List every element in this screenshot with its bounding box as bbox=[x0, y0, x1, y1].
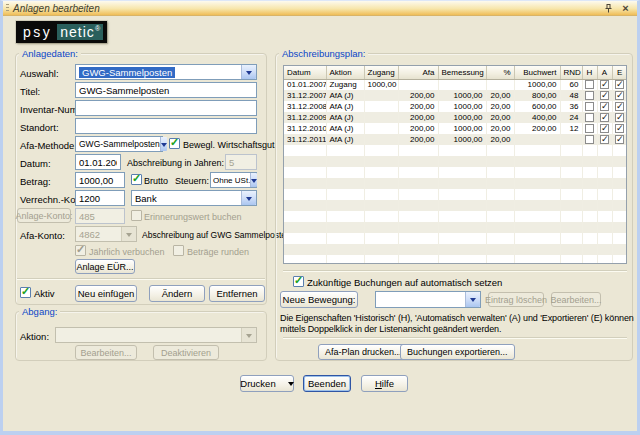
chevron-down-icon[interactable] bbox=[465, 292, 480, 307]
titel-field[interactable] bbox=[75, 82, 257, 98]
aktiv-label: Aktiv bbox=[34, 288, 55, 299]
anlage-konto-field bbox=[75, 208, 125, 224]
afa-plan-drucken-button[interactable]: Afa-Plan drucken... bbox=[318, 344, 409, 360]
pushpin-glyph bbox=[604, 4, 613, 13]
table-row[interactable]: 31.12.2011AfA (J)200,001000,0020,00 bbox=[284, 134, 627, 145]
beenden-button[interactable]: Beenden bbox=[303, 375, 351, 392]
cell-checkbox-h[interactable] bbox=[585, 91, 594, 100]
cell-checkbox-e[interactable] bbox=[615, 102, 624, 111]
col-e[interactable]: E bbox=[612, 66, 627, 79]
table-row[interactable]: 31.12.2008AfA (J)200,001000,0020,00600,0… bbox=[284, 101, 627, 112]
col-aktion[interactable]: Aktion bbox=[326, 66, 364, 79]
empty-table-row bbox=[284, 156, 627, 167]
deaktivieren-button: Deaktivieren bbox=[153, 345, 219, 360]
auswahl-label: Auswahl: bbox=[20, 68, 59, 79]
empty-table-row bbox=[284, 211, 627, 222]
aktiv-checkbox[interactable] bbox=[20, 287, 31, 298]
datum-label: Datum: bbox=[20, 158, 51, 169]
cell-checkbox-e[interactable] bbox=[615, 113, 624, 122]
cell-checkbox-h[interactable] bbox=[585, 80, 594, 89]
verrechn-konto-combobox[interactable]: Bank bbox=[131, 190, 257, 206]
col-h[interactable]: H bbox=[582, 66, 597, 79]
cell-checkbox-a[interactable] bbox=[600, 113, 609, 122]
brutto-checkbox[interactable] bbox=[131, 174, 142, 185]
cell-checkbox-a[interactable] bbox=[600, 80, 609, 89]
table-row[interactable]: 01.01.2007Zugang1000,001000,0060 bbox=[284, 79, 627, 90]
cell-checkbox-e[interactable] bbox=[615, 135, 624, 144]
hilfe-button[interactable]: Hilfe bbox=[361, 375, 408, 392]
erinnerungswert-checkbox bbox=[131, 210, 142, 221]
close-icon[interactable]: × bbox=[620, 3, 631, 14]
chevron-down-icon bbox=[241, 328, 256, 342]
verrechn-konto-field[interactable] bbox=[75, 190, 125, 206]
buchungen-exportieren-button[interactable]: Buchungen exportieren... bbox=[400, 344, 515, 360]
cell-checkbox-h[interactable] bbox=[585, 113, 594, 122]
chevron-down-icon[interactable] bbox=[160, 137, 167, 151]
zukuenftige-buchungen-checkbox[interactable] bbox=[293, 276, 304, 287]
afa-plan-table[interactable]: Datum Aktion Zugang Afa Bemessung % Buch… bbox=[283, 65, 627, 264]
pin-icon[interactable] bbox=[603, 3, 614, 14]
cell-checkbox-h[interactable] bbox=[585, 135, 594, 144]
dropdown-arrow-icon[interactable] bbox=[288, 382, 294, 389]
col-datum[interactable]: Datum bbox=[284, 66, 326, 79]
chevron-down-icon[interactable] bbox=[241, 191, 256, 205]
col-buchwert[interactable]: Buchwert bbox=[514, 66, 560, 79]
cell-checkbox-h[interactable] bbox=[585, 102, 594, 111]
table-row[interactable]: 31.12.2009AfA (J)200,001000,0020,00400,0… bbox=[284, 112, 627, 123]
chevron-down-icon[interactable] bbox=[241, 65, 256, 79]
datum-field[interactable] bbox=[75, 154, 121, 170]
aendern-button[interactable]: Ändern bbox=[149, 285, 205, 302]
auswahl-combobox[interactable]: GWG-Sammelposten bbox=[75, 64, 257, 80]
cell-checkbox-h[interactable] bbox=[585, 124, 594, 133]
afa-table-body: 01.01.2007Zugang1000,001000,006031.12.20… bbox=[284, 79, 627, 264]
cell-checkbox-a[interactable] bbox=[600, 124, 609, 133]
empty-table-row bbox=[284, 200, 627, 211]
anlage-euer-button[interactable]: Anlage EÜR... bbox=[75, 259, 135, 274]
bewegung-combobox[interactable] bbox=[375, 291, 481, 308]
table-row[interactable]: 31.12.2007AfA (J)200,001000,0020,00800,0… bbox=[284, 90, 627, 101]
drag-grip-icon[interactable] bbox=[6, 4, 9, 13]
anlage-konto-button: Anlage-Konto: bbox=[17, 208, 71, 223]
bewegl-wirtschaftsgut-checkbox[interactable] bbox=[169, 138, 180, 149]
steuern-combobox[interactable]: Ohne USt. bbox=[210, 172, 257, 188]
cell-checkbox-e[interactable] bbox=[615, 80, 624, 89]
afa-methode-combobox[interactable]: GWG-Sammelposten bbox=[75, 136, 163, 152]
standort-field[interactable] bbox=[75, 118, 257, 134]
col-bemessung[interactable]: Bemessung bbox=[438, 66, 486, 79]
zukuenftige-buchungen-label: Zukünftige Buchungen auf automatisch set… bbox=[307, 277, 502, 288]
cell-checkbox-a[interactable] bbox=[600, 135, 609, 144]
abschreibungsplan-group-label: Abschreibungsplan: bbox=[279, 48, 368, 59]
col-prozent[interactable]: % bbox=[486, 66, 514, 79]
afa-methode-label: Afa-Methode: bbox=[20, 140, 77, 151]
cell-checkbox-e[interactable] bbox=[615, 124, 624, 133]
cell-checkbox-a[interactable] bbox=[600, 91, 609, 100]
standort-label: Standort: bbox=[20, 122, 59, 133]
betraege-runden-checkbox bbox=[173, 245, 184, 256]
table-row[interactable]: 31.12.2010AfA (J)200,001000,0020,00200,0… bbox=[284, 123, 627, 134]
neu-einfuegen-button[interactable]: Neu einfügen bbox=[75, 285, 137, 302]
aktion-combobox bbox=[55, 327, 257, 343]
cell-checkbox-e[interactable] bbox=[615, 91, 624, 100]
col-afa[interactable]: Afa bbox=[398, 66, 438, 79]
brutto-label: Brutto bbox=[144, 176, 168, 186]
window-titlebar[interactable]: Anlagen bearbeiten × bbox=[3, 1, 637, 16]
col-rnd[interactable]: RND bbox=[560, 66, 582, 79]
empty-table-row bbox=[284, 222, 627, 233]
neue-bewegung-button[interactable]: Neue Bewegung: bbox=[280, 291, 358, 308]
entfernen-button[interactable]: Entfernen bbox=[209, 285, 265, 302]
table-header-row: Datum Aktion Zugang Afa Bemessung % Buch… bbox=[284, 66, 627, 79]
col-zugang[interactable]: Zugang bbox=[364, 66, 398, 79]
betrag-label: Betrag: bbox=[20, 176, 51, 187]
steuern-label: Steuern: bbox=[175, 176, 209, 186]
betrag-field[interactable] bbox=[75, 172, 125, 188]
inventar-nummer-field[interactable] bbox=[75, 100, 257, 116]
col-a[interactable]: A bbox=[597, 66, 612, 79]
chevron-down-icon[interactable] bbox=[250, 173, 257, 187]
cell-checkbox-a[interactable] bbox=[600, 102, 609, 111]
titel-label: Titel: bbox=[20, 86, 40, 97]
psynetic-logo: psy netic® bbox=[16, 21, 107, 43]
drucken-button[interactable]: Drucken bbox=[240, 375, 294, 392]
aktion-label: Aktion: bbox=[20, 331, 49, 342]
plan-buttons-separator bbox=[283, 337, 627, 339]
afa-konto-label: Afa-Konto: bbox=[20, 230, 65, 241]
